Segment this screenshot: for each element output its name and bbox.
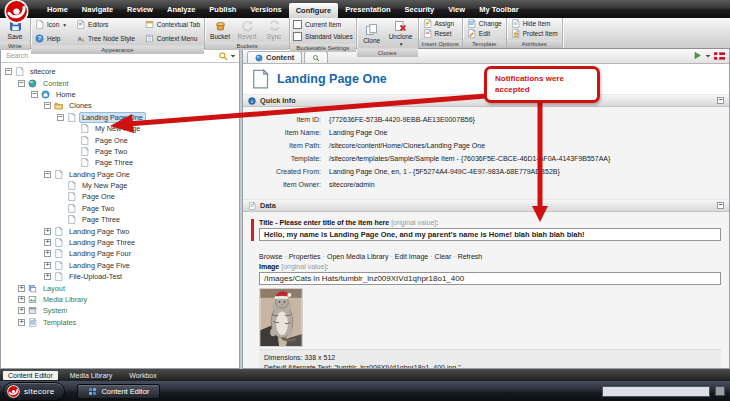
tree-item-clones[interactable]: Clones (66, 100, 95, 111)
checkbox-box-icon[interactable] (293, 32, 302, 41)
tree-toggle-expand-icon[interactable]: + (18, 296, 25, 303)
page-icon (35, 20, 44, 29)
reset-button[interactable]: Reset (422, 29, 453, 38)
tree-toggle-expand-icon[interactable]: + (18, 285, 25, 292)
tree-item-page-two[interactable]: Page Two (79, 203, 117, 214)
ribbon-tab-navigate[interactable]: Navigate (75, 0, 120, 18)
tree-item-landing-page-five[interactable]: Landing Page Five (66, 260, 133, 271)
editors-button[interactable]: Editors (75, 20, 136, 29)
tree-item-page-one[interactable]: Page One (79, 191, 118, 202)
bucket-button[interactable]: Bucket (208, 19, 232, 40)
tree-toggle-expand-icon[interactable]: + (44, 262, 51, 269)
ribbon-tab-analyze[interactable]: Analyze (160, 0, 202, 18)
tree-toggle-collapse-icon[interactable]: − (44, 171, 51, 178)
ribbon-tab-my-toolbar[interactable]: My Toolbar (472, 0, 525, 18)
sitecore-logo-icon[interactable] (4, 0, 29, 24)
tree-item-content[interactable]: Content (40, 78, 72, 89)
tree-toggle-expand-icon[interactable]: + (18, 307, 25, 314)
title-field-input[interactable] (259, 228, 721, 241)
ribbon-tab-view[interactable]: View (441, 0, 472, 18)
ribbon-tab-configure[interactable]: Configure (289, 3, 338, 18)
language-flag-icon[interactable] (714, 52, 725, 60)
tree-toggle-expand-icon[interactable]: + (44, 273, 51, 280)
start-button[interactable]: sitecore (3, 382, 65, 401)
tree-toggle-collapse-icon[interactable]: − (44, 102, 51, 109)
clone-button[interactable]: Clone (360, 23, 384, 44)
tree-toggle-collapse-icon[interactable]: − (5, 68, 12, 75)
app-tab-content-editor[interactable]: Content Editor (3, 371, 58, 380)
tree-item-home[interactable]: Home (53, 89, 78, 100)
image-menu-open-media-library[interactable]: Open Media Library (327, 253, 388, 260)
image-menu-refresh[interactable]: Refresh (458, 253, 483, 260)
image-path-input[interactable] (259, 272, 721, 285)
tree-toggle-expand-icon[interactable]: + (18, 319, 25, 326)
globe-icon (255, 54, 263, 62)
ribbon-tab-review[interactable]: Review (120, 0, 160, 18)
app-tab-media-library[interactable]: Media Library (65, 371, 117, 380)
tree-item-landing-page-two[interactable]: Landing Page Two (66, 226, 132, 237)
tree-item-landing-page-three[interactable]: Landing Page Three (66, 237, 138, 248)
search-icon[interactable] (218, 51, 228, 61)
page-icon (67, 204, 76, 213)
tree-item-landing-page-four[interactable]: Landing Page Four (66, 248, 134, 259)
change-button[interactable]: Change (466, 19, 503, 28)
templates-icon (28, 318, 37, 327)
tree-node-style-button[interactable]: ATree Node Style (75, 34, 136, 43)
task-button-content-editor[interactable]: Content Editor (77, 384, 160, 399)
protect-item-button[interactable]: Protect Item (510, 29, 559, 38)
current-item-checkbox[interactable]: Current Item (293, 19, 341, 30)
tree-toggle-collapse-icon[interactable]: − (18, 80, 25, 87)
tab-content[interactable]: Content (247, 51, 302, 63)
standard-values-checkbox[interactable]: Standard Values (293, 31, 353, 42)
help-button[interactable]: ?Help (34, 34, 67, 43)
tree-item-landing-page-one[interactable]: Landing Page One (79, 112, 146, 123)
contextual-tab-button[interactable]: Contextual Tab (144, 20, 201, 29)
tree-toggle-expand-icon[interactable]: + (44, 239, 51, 246)
edit-button[interactable]: Edit (466, 29, 491, 38)
search-tab[interactable] (304, 51, 328, 63)
checkbox-box-icon[interactable] (293, 20, 302, 29)
icon-button[interactable]: Icon▾ (34, 20, 67, 29)
ribbon-tab-security[interactable]: Security (398, 0, 442, 18)
assign-button[interactable]: Assign (422, 19, 456, 28)
tree-toggle-collapse-icon[interactable]: − (31, 91, 38, 98)
image-menu-clear[interactable]: Clear (435, 253, 452, 260)
tree-item-templates[interactable]: Templates (40, 317, 79, 328)
tree-item-page-three[interactable]: Page Three (92, 157, 136, 168)
image-dimensions: Dimensions: 338 x 512 (264, 353, 716, 363)
tree-item-system[interactable]: System (40, 305, 70, 316)
ribbon-tab-versions[interactable]: Versions (243, 0, 288, 18)
data-section-header[interactable]: Data (243, 199, 729, 212)
tree-item-landing-page-one[interactable]: Landing Page One (66, 169, 133, 180)
tree-toggle-collapse-icon[interactable]: − (57, 114, 64, 121)
validation-icon[interactable] (693, 51, 702, 60)
ribbon-tab-presentation[interactable]: Presentation (338, 0, 397, 18)
tree-item-my-new-page[interactable]: My New Page (79, 180, 130, 191)
tree-item-page-one[interactable]: Page One (92, 135, 131, 146)
image-menu-edit-image[interactable]: Edit Image (395, 253, 428, 260)
title-field-label: Title - Please enter title of the item h… (259, 219, 721, 226)
validation-caret-icon[interactable] (705, 53, 711, 59)
app-tab-workbox[interactable]: Workbox (124, 371, 162, 380)
tree-item-my-new-page[interactable]: My New Page (92, 123, 143, 134)
ribbon-tab-home[interactable]: Home (40, 0, 75, 18)
image-menu-properties[interactable]: Properties (289, 253, 321, 260)
unclone-button[interactable]: Unclone▾ (387, 19, 415, 47)
taskbar-input[interactable] (602, 386, 710, 397)
tree-item-media-library[interactable]: Media Library (40, 294, 90, 305)
collapse-data-icon[interactable] (717, 202, 724, 209)
image-menu-browse[interactable]: Browse (259, 253, 282, 260)
tree-toggle-expand-icon[interactable]: + (44, 228, 51, 235)
tree-item-page-two[interactable]: Page Two (92, 146, 130, 157)
tree-item-sitecore[interactable]: sitecore (27, 66, 59, 77)
tree-item-page-three[interactable]: Page Three (79, 214, 123, 225)
tree-item-layout[interactable]: Layout (40, 283, 68, 294)
ribbon-tab-publish[interactable]: Publish (202, 0, 243, 18)
tree-item-file-upload-test[interactable]: File-Upload-Test (66, 271, 125, 282)
tray-icon[interactable] (715, 386, 725, 396)
hide-item-button[interactable]: Hide Item (510, 19, 552, 28)
tree-toggle-expand-icon[interactable]: + (44, 250, 51, 257)
collapse-quick-info-icon[interactable] (717, 97, 724, 104)
search-options-caret-icon[interactable] (230, 53, 236, 59)
context-menu-button[interactable]: Context Menu (144, 34, 201, 43)
